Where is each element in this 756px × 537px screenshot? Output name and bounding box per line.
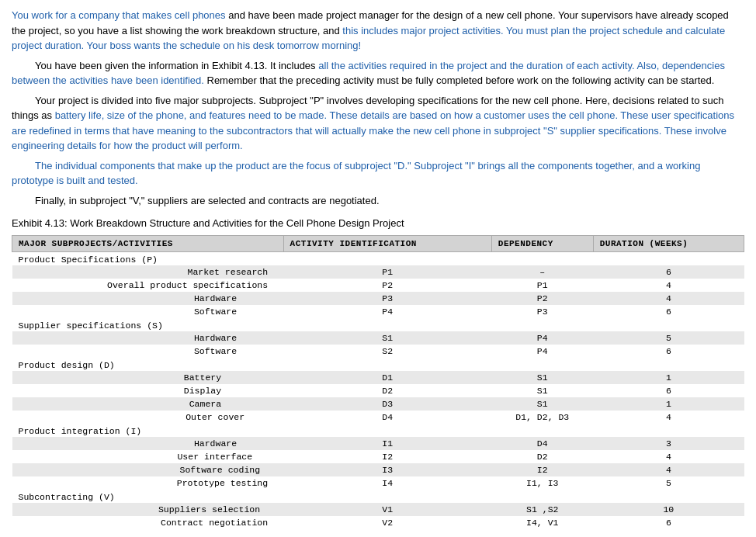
intro-para-4: The individual components that make up t… [12,158,744,189]
col-header-dur: DURATION (WEEKS) [593,236,744,252]
intro-para-5: Finally, in subproject "V," suppliers ar… [12,193,744,209]
intro-para-1: You work for a company that makes cell p… [12,8,744,54]
section-header-P: Product Specifications (P) [12,252,744,266]
table-row: Hardware I1 D4 3 [12,437,744,450]
table-row: Prototype testing I4 I1, I3 5 [12,476,744,490]
table-row: Software S2 P4 6 [12,345,744,358]
table-row: Market research P1 – 6 [12,265,744,279]
table-row: Software P4 P3 6 [12,305,744,318]
col-header-id: ACTIVITY IDENTIFICATION [283,236,491,252]
section-header-D: Product design (D) [12,358,744,371]
intro-para-3: Your project is divided into five major … [12,93,744,154]
table-row: Display D2 S1 6 [12,384,744,397]
table-row: Hardware P3 P2 4 [12,292,744,305]
section-header-S: Supplier specifications (S) [12,318,744,331]
table-row: Contract negotiation V2 I4, V1 6 [12,516,744,529]
table-row: Outer cover D4 D1, D2, D3 4 [12,411,744,424]
table-row: Battery D1 S1 1 [12,371,744,384]
wbs-table: MAJOR SUBPROJECTS/ACTIVITIES ACTIVITY ID… [12,235,744,529]
section-header-V: Subcontracting (V) [12,490,744,503]
table-row: Overall product specifications P2 P1 4 [12,279,744,292]
table-row: Hardware S1 P4 5 [12,331,744,345]
table-row: Camera D3 S1 1 [12,397,744,411]
col-header-dep: DEPENDENCY [491,236,593,252]
section-header-I: Product integration (I) [12,424,744,437]
table-row: Suppliers selection V1 S1 ,S2 10 [12,503,744,516]
intro-para-2: You have been given the information in E… [12,58,744,88]
col-header-activity: MAJOR SUBPROJECTS/ACTIVITIES [12,236,284,252]
intro-section: You work for a company that makes cell p… [12,8,744,208]
table-row: Software coding I3 I2 4 [12,463,744,476]
table-row: User interface I2 D2 4 [12,450,744,463]
exhibit-title: Exhibit 4.13: Work Breakdown Structure a… [12,217,744,229]
